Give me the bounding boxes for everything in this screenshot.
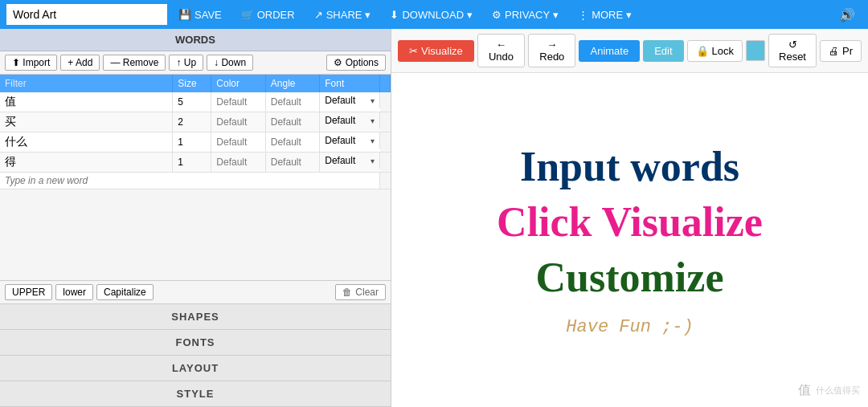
color-header: Color [211, 75, 265, 92]
size-cell[interactable]: 2 [173, 112, 211, 132]
word-cell[interactable]: 买 [0, 112, 173, 132]
top-nav: 💾 SAVE 🛒 ORDER ↗ SHARE ▾ ⬇ DOWNLOAD ▾ ⚙ … [0, 0, 868, 29]
font-cell[interactable]: Default ▾ [320, 153, 379, 169]
speaker-icon: 🔊 [839, 8, 855, 22]
canvas-line1: Input words [520, 143, 739, 190]
action-toolbar: ✂ Visualize ← Undo → Redo Animate Edit 🔒… [391, 29, 868, 73]
font-cell[interactable]: Default ▾ [320, 92, 379, 108]
privacy-chevron-icon: ▾ [553, 9, 559, 21]
angle-cell[interactable]: Default [265, 112, 319, 132]
remove-word-button[interactable]: — Remove [103, 55, 166, 71]
share-icon: ↗ [314, 9, 323, 21]
font-dropdown-arrow[interactable]: ▾ [371, 157, 375, 165]
watermark-text: 什么值得买 [816, 385, 860, 397]
color-swatch[interactable] [746, 40, 765, 61]
words-table: Size Color Angle Font 值 5 Default Defaul… [0, 75, 391, 189]
new-word-input[interactable] [5, 175, 375, 186]
filter-input[interactable] [5, 78, 167, 89]
import-icon: ⬆ [12, 57, 20, 68]
layout-section[interactable]: LAYOUT [0, 356, 391, 381]
angle-cell[interactable]: Default [265, 92, 319, 112]
table-row[interactable]: 得 1 Default Default Default ▾ [0, 153, 391, 173]
print-icon: 🖨 [829, 45, 839, 57]
upper-case-button[interactable]: UPPER [5, 284, 52, 300]
main-layout: WORDS ⬆ Import + Add — Remove ↑ Up ↓ Dow… [0, 29, 868, 407]
save-icon: 💾 [178, 9, 191, 21]
fonts-section[interactable]: FONTS [0, 330, 391, 356]
canvas-area: Input words Click Visualize Customize Ha… [391, 73, 868, 407]
lock-button[interactable]: 🔒 Lock [687, 40, 743, 62]
right-panel: ✂ Visualize ← Undo → Redo Animate Edit 🔒… [391, 29, 868, 407]
color-cell[interactable]: Default [211, 92, 265, 112]
angle-cell[interactable]: Default [265, 153, 319, 173]
word-cell[interactable]: 得 [0, 153, 173, 173]
redo-button[interactable]: → Redo [528, 34, 575, 67]
canvas-line2: Click Visualize [497, 198, 763, 246]
font-cell[interactable]: Default ▾ [320, 112, 379, 128]
word-cell[interactable]: 值 [0, 92, 173, 112]
more-icon: ⋮ [578, 9, 588, 21]
add-word-button[interactable]: + Add [60, 55, 100, 71]
download-icon: ⬇ [390, 9, 399, 21]
clear-button[interactable]: 🗑 Clear [335, 284, 386, 300]
privacy-button[interactable]: ⚙ PRIVACY ▾ [484, 0, 567, 29]
words-toolbar: ⬆ Import + Add — Remove ↑ Up ↓ Down ⚙ Op… [0, 51, 391, 75]
size-cell[interactable]: 5 [173, 92, 211, 112]
style-section[interactable]: STYLE [0, 381, 391, 407]
font-dropdown-arrow[interactable]: ▾ [371, 96, 375, 105]
undo-button[interactable]: ← Undo [477, 34, 525, 67]
watermark-char: 值 [798, 382, 811, 399]
trash-icon: 🗑 [342, 287, 352, 298]
download-chevron-icon: ▾ [467, 9, 473, 21]
color-cell[interactable]: Default [211, 132, 265, 153]
reset-button[interactable]: ↺ Reset [768, 34, 817, 67]
left-panel: WORDS ⬆ Import + Add — Remove ↑ Up ↓ Dow… [0, 29, 391, 407]
shapes-section[interactable]: SHAPES [0, 304, 391, 330]
color-cell[interactable]: Default [211, 153, 265, 173]
words-table-container[interactable]: Size Color Angle Font 值 5 Default Defaul… [0, 75, 391, 281]
options-button[interactable]: ⚙ Options [326, 55, 386, 71]
angle-header: Angle [265, 75, 319, 92]
order-button[interactable]: 🛒 ORDER [233, 0, 303, 29]
capitalize-button[interactable]: Capitalize [96, 284, 154, 300]
scissors-icon: ✂ [409, 45, 418, 57]
visualize-button[interactable]: ✂ Visualize [398, 40, 474, 62]
font-header: Font [320, 75, 380, 92]
words-section-header: WORDS [0, 29, 391, 51]
color-cell[interactable]: Default [211, 112, 265, 132]
table-row[interactable]: 买 2 Default Default Default ▾ [0, 112, 391, 132]
share-button[interactable]: ↗ SHARE ▾ [306, 0, 379, 29]
down-button[interactable]: ↓ Down [207, 55, 253, 71]
app-title-input[interactable] [6, 4, 167, 25]
download-button[interactable]: ⬇ DOWNLOAD ▾ [382, 0, 481, 29]
font-dropdown-arrow[interactable]: ▾ [371, 136, 375, 145]
import-button[interactable]: ⬆ Import [5, 55, 57, 71]
edit-button[interactable]: Edit [643, 40, 683, 62]
lock-icon: 🔒 [696, 45, 709, 57]
scroll-header [380, 75, 391, 92]
size-cell[interactable]: 1 [173, 132, 211, 153]
animate-button[interactable]: Animate [579, 40, 640, 62]
font-dropdown-arrow[interactable]: ▾ [371, 116, 375, 125]
watermark: 值 什么值得买 [798, 382, 860, 399]
size-cell[interactable]: 1 [173, 153, 211, 173]
table-row[interactable]: 什么 1 Default Default Default ▾ [0, 132, 391, 153]
save-button[interactable]: 💾 SAVE [170, 0, 230, 29]
angle-cell[interactable]: Default [265, 132, 319, 153]
table-row[interactable]: 值 5 Default Default Default ▾ [0, 92, 391, 112]
word-cell[interactable]: 什么 [0, 132, 173, 153]
order-icon: 🛒 [241, 9, 254, 21]
print-button[interactable]: 🖨 Pr [820, 40, 862, 62]
share-chevron-icon: ▾ [365, 9, 371, 21]
words-bottom-toolbar: UPPER lower Capitalize 🗑 Clear [0, 281, 391, 304]
font-cell[interactable]: Default ▾ [320, 132, 379, 149]
canvas-line3: Customize [536, 254, 724, 301]
up-button[interactable]: ↑ Up [169, 55, 203, 71]
new-word-cell[interactable] [0, 173, 380, 189]
filter-header[interactable] [0, 75, 173, 92]
speaker-button[interactable]: 🔊 [833, 7, 862, 22]
lower-case-button[interactable]: lower [55, 284, 93, 300]
new-word-row[interactable] [0, 173, 391, 189]
more-chevron-icon: ▾ [626, 9, 632, 21]
more-button[interactable]: ⋮ MORE ▾ [570, 0, 640, 29]
